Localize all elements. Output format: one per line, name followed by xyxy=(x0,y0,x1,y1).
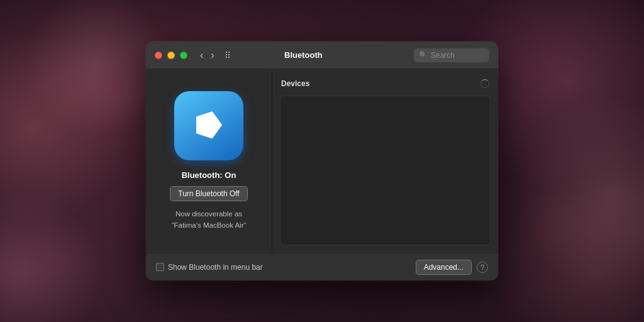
discoverable-device-name: “Fatima’s MacBook Air” xyxy=(172,221,247,229)
footer: Show Bluetooth in menu bar Advanced... ? xyxy=(146,253,498,280)
window-title: Bluetooth xyxy=(193,50,414,60)
advanced-button[interactable]: Advanced... xyxy=(416,260,472,275)
preferences-window: ‹ › ⠿ Bluetooth 🔍 Search ⭓ Bluetooth: On… xyxy=(146,42,498,280)
devices-label: Devices xyxy=(281,79,309,88)
right-panel: Devices xyxy=(272,69,498,253)
devices-header: Devices xyxy=(280,77,491,91)
show-bluetooth-checkbox-area: Show Bluetooth in menu bar xyxy=(156,263,411,272)
loading-spinner xyxy=(480,79,489,88)
search-placeholder-text: Search xyxy=(431,51,455,60)
search-icon: 🔍 xyxy=(419,51,428,59)
window-controls xyxy=(155,52,187,59)
bluetooth-status-label: Bluetooth: On xyxy=(182,170,236,180)
devices-list xyxy=(280,96,491,245)
bluetooth-icon: ⭓ xyxy=(195,109,223,142)
discoverable-line1: Now discoverable as xyxy=(175,210,242,218)
show-bluetooth-checkbox[interactable] xyxy=(156,263,164,271)
search-box[interactable]: 🔍 Search xyxy=(414,48,489,62)
left-panel: ⭓ Bluetooth: On Turn Bluetooth Off Now d… xyxy=(146,69,272,253)
turn-bluetooth-off-button[interactable]: Turn Bluetooth Off xyxy=(170,186,247,201)
minimize-button[interactable] xyxy=(167,52,175,59)
close-button[interactable] xyxy=(155,52,162,59)
maximize-button[interactable] xyxy=(180,52,187,59)
discoverable-text: Now discoverable as “Fatima’s MacBook Ai… xyxy=(172,209,247,231)
show-bluetooth-label: Show Bluetooth in menu bar xyxy=(168,263,263,272)
titlebar: ‹ › ⠿ Bluetooth 🔍 Search xyxy=(146,42,498,69)
help-button[interactable]: ? xyxy=(477,262,488,273)
bluetooth-icon-wrapper: ⭓ xyxy=(174,91,243,160)
content-area: ⭓ Bluetooth: On Turn Bluetooth Off Now d… xyxy=(146,69,498,253)
